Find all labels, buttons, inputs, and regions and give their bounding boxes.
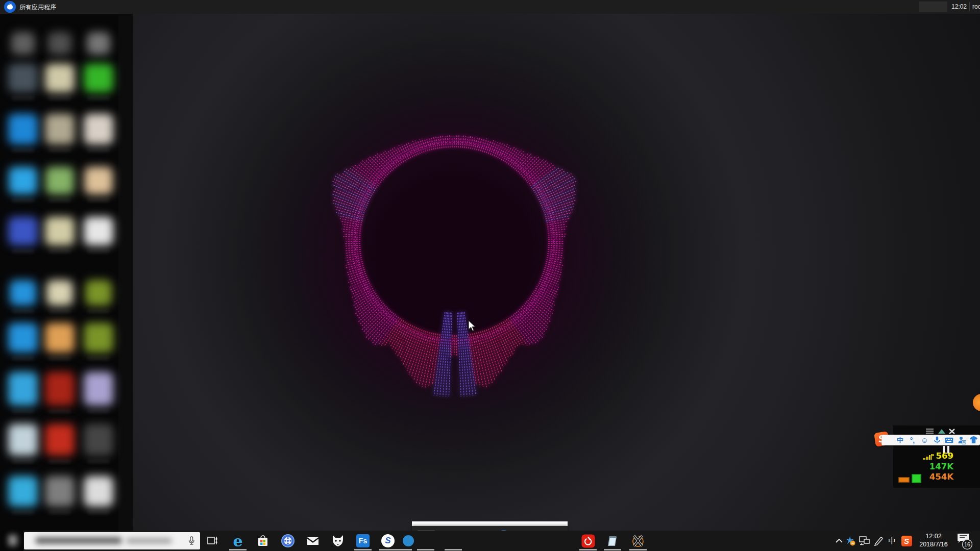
hidden-app-icon[interactable] [403,535,414,546]
running-indicator [629,549,647,550]
app-icon-blurred[interactable] [8,372,38,406]
topbar-username: root [972,3,980,10]
tray-clock[interactable]: 12:02 2018/7/16 [917,532,950,548]
tray-mini-icons [898,473,923,484]
app-icon-blurred[interactable] [8,64,38,92]
task-view-button[interactable] [202,531,224,551]
audio-visualizer [0,0,980,551]
edge-browser-icon[interactable]: e [227,531,249,551]
ms-store-icon[interactable] [252,531,274,551]
app-icon-blurred[interactable] [45,372,75,406]
censored-region [919,2,947,12]
close-icon [949,429,954,434]
app-icon-blurred[interactable] [45,217,75,245]
app-icon-blurred[interactable] [84,114,113,144]
start-logo-blur [8,535,17,546]
mail-icon[interactable] [302,531,324,551]
taskbar-search-input[interactable] [24,532,200,549]
search-text-blur2 [126,538,172,543]
punctuation-button[interactable]: °, [908,436,917,444]
netease-music-icon[interactable] [577,531,599,551]
app-icon-blurred[interactable] [45,114,75,144]
app-label-blurred [87,460,110,463]
start-button[interactable] [0,531,23,551]
app-label-blurred [48,511,71,514]
app-icon-blurred[interactable] [45,323,75,353]
tray-lang-indicator[interactable]: 中 [885,531,900,551]
notification-center-button[interactable]: 16 [953,531,977,551]
app-icon-blurred[interactable] [48,32,71,55]
app-icon-blurred[interactable] [8,217,38,245]
s-browser-icon[interactable]: S [377,531,399,551]
app-label-blurred [12,96,34,100]
app-label-blurred [48,310,71,313]
app-icon-blurred[interactable] [84,372,113,406]
app-label-blurred [48,410,71,413]
app-icon-blurred[interactable] [9,167,37,194]
start-menu-logo-icon[interactable] [4,1,16,13]
sogou-input-toolbar: 中°,☺6 [881,435,980,445]
app-label-blurred [87,148,110,152]
all-applications-menu[interactable]: 所有应用程序 [19,3,56,12]
app-icon-blurred[interactable] [45,424,75,456]
app-label-blurred [12,357,34,360]
widget-controls [925,428,961,434]
clock-date: 2018/7/16 [917,540,950,548]
running-indicator [417,549,434,550]
running-indicator [445,549,462,550]
foobar2000-icon[interactable] [327,531,349,551]
app-icon-blurred[interactable] [87,32,110,55]
app-icon-blurred[interactable] [45,476,75,507]
app-icon-blurred[interactable] [11,32,35,55]
app-label-blurred [12,511,34,514]
app-icon-blurred[interactable] [8,424,38,456]
running-indicator [395,549,412,550]
app-icon-blurred[interactable] [84,64,113,92]
app-label-blurred [12,198,34,202]
app-label-blurred [12,310,34,313]
app-icon-blurred[interactable] [84,476,113,507]
video-player-icon[interactable] [277,531,299,551]
tray-pen-icon[interactable] [871,531,886,551]
app-icon-blurred[interactable] [8,114,38,144]
menu-lines-icon [926,429,934,434]
app-label-blurred [87,198,110,202]
svg-text:6: 6 [963,440,965,444]
account-button[interactable]: 6 [957,436,966,444]
app-label-blurred [87,96,110,100]
faststone-icon[interactable]: Fs [352,531,374,551]
app-label-blurred [12,460,34,463]
app-icon-blurred[interactable] [46,280,73,306]
lang-toggle-button[interactable]: 中 [896,436,904,444]
voice-input-button[interactable] [933,436,941,444]
app-icon-blurred[interactable] [84,217,113,245]
app-icon-blurred[interactable] [84,323,113,353]
app-label-blurred [87,310,110,313]
app-icon-blurred[interactable] [8,476,38,507]
app-label-blurred [87,410,110,413]
tray-sogou-icon[interactable]: S [898,531,915,551]
app-icon-blurred[interactable] [45,64,75,92]
app-label-blurred [12,249,34,253]
app-label-blurred [48,357,71,360]
meter-icon [923,454,935,461]
notepad-icon[interactable] [601,531,624,551]
app-label-blurred [12,410,34,413]
app-icon-blurred[interactable] [8,323,38,353]
desktop: 所有应用程序 12:02 root S 中°,☺6 569147K454K $_ [0,0,980,551]
skin-button[interactable] [969,436,978,444]
emoji-button[interactable]: ☺ [920,436,929,444]
xorg-icon[interactable] [627,531,649,551]
running-indicator [379,549,397,550]
topbar-divider [969,2,970,11]
app-icon-blurred[interactable] [84,424,113,456]
app-icon-blurred[interactable] [10,280,36,306]
search-text-blur [35,537,122,544]
app-icon-blurred[interactable] [45,167,74,194]
app-icon-blurred[interactable] [85,280,112,306]
soft-keyboard-button[interactable] [945,436,953,444]
topbar-clock: 12:02 [951,3,967,10]
running-indicator [229,549,247,550]
microphone-icon[interactable] [186,536,197,546]
app-icon-blurred[interactable] [84,167,113,194]
